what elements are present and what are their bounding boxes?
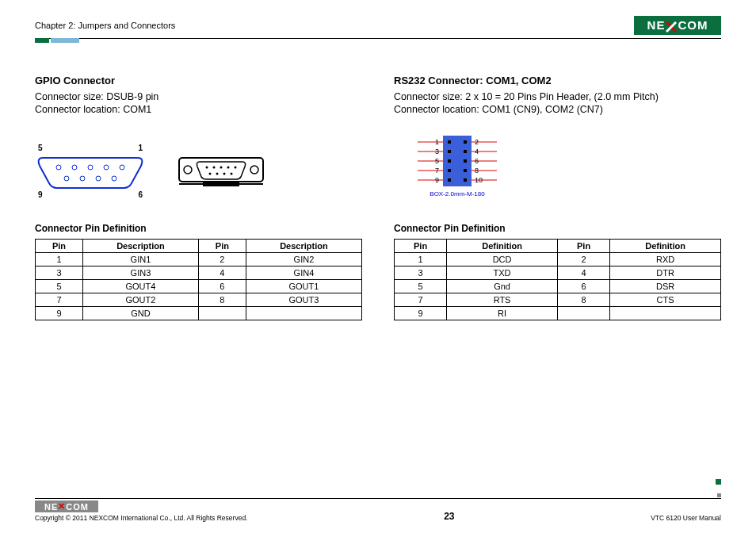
col-header: Definition [447, 240, 558, 253]
table-row: 3GIN34GIN4 [36, 266, 362, 280]
table-row: 9GND [36, 307, 362, 320]
left-column: GPIO Connector Connector size: DSUB-9 pi… [35, 75, 362, 320]
pinheader-diagram: 12 34 56 78 910 BOX-2.0mm-M-180 [394, 131, 521, 202]
gpio-location: Connector location: COM1 [35, 104, 362, 115]
svg-point-2 [56, 165, 61, 170]
page-header: Chapter 2: Jumpers and Connectors NE COM… [35, 16, 721, 35]
svg-point-16 [220, 167, 223, 169]
col-header: Pin [198, 240, 246, 253]
svg-point-19 [209, 173, 212, 175]
svg-rect-37 [448, 169, 451, 172]
svg-text:7: 7 [435, 167, 439, 174]
svg-rect-30 [443, 136, 472, 186]
col-header: Definition [610, 240, 721, 253]
chapter-title: Chapter 2: Jumpers and Connectors [35, 21, 175, 30]
dsub-label-1: 1 [138, 144, 143, 152]
svg-rect-36 [464, 159, 467, 163]
col-header: Description [246, 240, 361, 253]
dsub9-enclosed-diagram [178, 147, 265, 194]
svg-text:3: 3 [435, 148, 439, 155]
gpio-diagrams: 5 1 9 6 [35, 139, 362, 202]
page-number: 23 [444, 511, 454, 522]
doc-name: VTC 6120 User Manual [651, 514, 721, 522]
svg-point-21 [223, 173, 226, 175]
svg-point-10 [112, 176, 116, 181]
svg-point-6 [120, 165, 124, 170]
table-row: 7GOUT28GOUT3 [36, 293, 362, 307]
svg-rect-38 [464, 169, 467, 172]
dsub-label-6: 6 [138, 190, 143, 199]
dsub-label-9: 9 [38, 190, 43, 199]
rs232-pin-table: PinDefinitionPinDefinition 1DCD2RXD3TXD4… [394, 239, 721, 320]
header-accent-blocks [35, 38, 721, 43]
svg-point-3 [72, 165, 77, 170]
svg-point-18 [235, 167, 237, 169]
svg-point-20 [216, 173, 219, 175]
svg-point-5 [104, 165, 109, 170]
table-row: 5Gnd6DSR [395, 280, 721, 293]
svg-text:9: 9 [435, 176, 439, 184]
svg-rect-33 [448, 150, 451, 153]
nexcom-logo-top: NE COM NE COM [634, 16, 721, 35]
dsub-label-5: 5 [38, 144, 43, 152]
col-header: Pin [395, 240, 447, 253]
svg-text:5: 5 [435, 157, 439, 165]
rs232-location: Connector location: COM1 (CN9), COM2 (CN… [394, 104, 721, 115]
main-content: GPIO Connector Connector size: DSUB-9 pi… [35, 75, 721, 320]
svg-point-17 [227, 167, 230, 169]
page-footer: NE✕COM Copyright © 2011 NEXCOM Internati… [35, 482, 721, 522]
svg-text:2: 2 [475, 138, 479, 146]
svg-point-13 [250, 166, 258, 174]
table-row: 7RTS8CTS [395, 293, 721, 307]
svg-text:10: 10 [475, 176, 483, 184]
svg-point-4 [88, 165, 93, 170]
svg-point-12 [184, 166, 192, 174]
svg-point-8 [80, 176, 85, 181]
svg-rect-39 [448, 178, 451, 182]
dsub9-female-diagram: 5 1 9 6 [35, 147, 146, 194]
box-caption: BOX-2.0mm-M-180 [430, 190, 485, 197]
svg-rect-35 [448, 159, 451, 163]
table-row: 1GIN12GIN2 [36, 253, 362, 266]
svg-rect-34 [464, 150, 467, 153]
svg-point-15 [213, 167, 216, 169]
gpio-table-title: Connector Pin Definition [35, 223, 362, 234]
table-row: 1DCD2RXD [395, 253, 721, 266]
right-column: RS232 Connector: COM1, COM2 Connector si… [394, 75, 721, 320]
col-header: Description [82, 240, 198, 253]
svg-point-9 [96, 176, 101, 181]
svg-rect-32 [464, 140, 467, 144]
gpio-title: GPIO Connector [35, 75, 362, 86]
table-row: 3TXD4DTR [395, 266, 721, 280]
rs232-size: Connector size: 2 x 10 = 20 Pins Pin Hea… [394, 91, 721, 102]
gpio-size: Connector size: DSUB-9 pin [35, 91, 362, 102]
table-row: 5GOUT46GOUT1 [36, 280, 362, 293]
svg-text:8: 8 [475, 167, 479, 174]
gpio-pin-table: PinDescriptionPinDescription 1GIN12GIN23… [35, 239, 362, 320]
svg-text:4: 4 [475, 148, 479, 155]
svg-point-7 [64, 176, 69, 181]
col-header: Pin [36, 240, 83, 253]
rs232-table-title: Connector Pin Definition [394, 223, 721, 234]
col-header: Pin [557, 240, 609, 253]
copyright: Copyright © 2011 NEXCOM International Co… [35, 514, 247, 522]
rs232-title: RS232 Connector: COM1, COM2 [394, 75, 721, 86]
svg-text:6: 6 [475, 157, 479, 165]
nexcom-logo-bottom: NE✕COM [35, 500, 98, 512]
svg-point-22 [231, 173, 233, 175]
svg-rect-24 [203, 182, 239, 186]
svg-point-14 [206, 167, 208, 169]
svg-text:1: 1 [435, 138, 439, 146]
svg-rect-31 [448, 140, 451, 144]
table-row: 9RI [395, 307, 721, 320]
svg-rect-40 [464, 178, 467, 182]
